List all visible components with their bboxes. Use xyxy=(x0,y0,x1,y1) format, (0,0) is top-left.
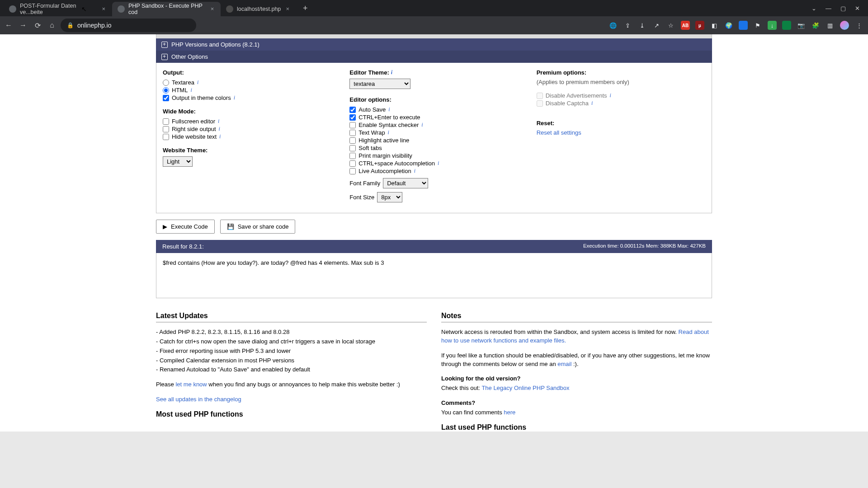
menu-icon[interactable]: ⋮ xyxy=(854,21,863,30)
website-theme-select[interactable]: Light xyxy=(163,156,193,167)
info-icon[interactable]: i xyxy=(610,92,611,99)
profile-avatar[interactable] xyxy=(840,21,849,30)
check-highlight-input[interactable] xyxy=(349,137,356,144)
editor-theme-select[interactable]: textarea xyxy=(349,79,410,89)
tab-1[interactable]: PHP Sandbox - Execute PHP cod × xyxy=(112,2,221,16)
font-family-select[interactable]: Default xyxy=(383,178,428,188)
check-printmargin[interactable]: Print margin visibility xyxy=(349,152,518,160)
tab-close-0[interactable]: × xyxy=(101,6,107,12)
info-icon[interactable]: i xyxy=(388,129,389,136)
info-icon[interactable]: i xyxy=(197,79,198,86)
reload-button[interactable]: ⟳ xyxy=(33,21,42,29)
info-icon[interactable]: i xyxy=(190,87,192,94)
check-captcha[interactable]: Disable Captchai xyxy=(537,99,705,107)
check-ctrlspace[interactable]: CTRL+space Autocompletioni xyxy=(349,160,518,167)
options-col-output: Output: Textarea i HTML i Output in them… xyxy=(163,69,331,203)
check-themecolors-input[interactable] xyxy=(163,95,169,101)
extension-globe-icon[interactable]: 🌍 xyxy=(724,21,733,30)
check-softtabs[interactable]: Soft tabs xyxy=(349,144,518,152)
check-ctrlspace-input[interactable] xyxy=(349,160,356,167)
notes-p2: If you feel like a function should be en… xyxy=(441,352,712,369)
forward-button[interactable]: → xyxy=(19,21,27,29)
save-button[interactable]: 💾 Save or share code xyxy=(220,220,296,234)
address-bar[interactable]: 🔒 onlinephp.io xyxy=(61,19,196,32)
minimize-icon[interactable]: — xyxy=(826,5,831,12)
send-icon[interactable]: ↗ xyxy=(652,21,661,30)
tab-close-2[interactable]: × xyxy=(284,6,291,12)
check-fullscreen-input[interactable] xyxy=(163,118,169,125)
check-textwrap[interactable]: Text Wrapi xyxy=(349,129,518,136)
info-icon[interactable]: i xyxy=(391,69,392,76)
extension-teal-icon[interactable] xyxy=(782,21,791,30)
check-syntax[interactable]: Enable Syntax checkeri xyxy=(349,121,518,129)
let-me-know-link[interactable]: let me know xyxy=(175,381,207,388)
info-icon[interactable]: i xyxy=(219,126,220,132)
changelog-link[interactable]: See all updates in the changelog xyxy=(156,396,241,403)
legacy-link[interactable]: The Legacy Online PHP Sandbox xyxy=(481,385,569,391)
check-hidetext-input[interactable] xyxy=(163,134,169,140)
radio-html[interactable]: HTML i xyxy=(163,86,331,94)
check-fullscreen[interactable]: Fullscreen editor i xyxy=(163,117,331,125)
check-ads[interactable]: Disable Advertisementsi xyxy=(537,92,705,99)
accordion-php-versions[interactable]: PHP Versions and Options (8.2.1) xyxy=(156,38,712,51)
check-captcha-input[interactable] xyxy=(537,100,543,107)
maximize-icon[interactable]: ▢ xyxy=(840,5,846,12)
info-icon[interactable]: i xyxy=(234,94,235,101)
sidepanel-icon[interactable]: ▥ xyxy=(826,21,835,30)
home-button[interactable]: ⌂ xyxy=(48,21,56,29)
chevron-down-icon[interactable]: ⌄ xyxy=(811,5,816,12)
check-liveauto[interactable]: Live Autocompletioni xyxy=(349,167,518,175)
extension-green-icon[interactable]: ↓ xyxy=(768,21,777,30)
check-highlight[interactable]: Highlight active line xyxy=(349,136,518,144)
check-autosave-input[interactable] xyxy=(349,107,356,113)
check-themecolors[interactable]: Output in theme colors i xyxy=(163,94,331,102)
radio-textarea-input[interactable] xyxy=(163,80,169,86)
check-printmargin-input[interactable] xyxy=(349,153,356,159)
check-rightside[interactable]: Right side output i xyxy=(163,125,331,133)
info-icon[interactable]: i xyxy=(414,168,415,174)
reset-link[interactable]: Reset all settings xyxy=(537,129,705,136)
accordion-other-options[interactable]: Other Options xyxy=(156,51,712,63)
check-liveauto-input[interactable] xyxy=(349,168,356,174)
check-ctrlenter-input[interactable] xyxy=(349,114,356,121)
execute-button[interactable]: ▶ Execute Code xyxy=(156,220,215,234)
extension-blue-icon[interactable] xyxy=(739,21,748,30)
info-icon[interactable]: i xyxy=(438,160,439,167)
radio-textarea[interactable]: Textarea i xyxy=(163,79,331,86)
radio-html-input[interactable] xyxy=(163,87,169,94)
tab-2[interactable]: localhost/test.php × xyxy=(221,2,296,16)
check-textwrap-label: Text Wrap xyxy=(359,129,385,136)
check-autosave[interactable]: Auto Savei xyxy=(349,106,518,113)
extension-camera-icon[interactable]: 📷 xyxy=(797,21,806,30)
install-icon[interactable]: ⤓ xyxy=(637,21,646,30)
extensions-puzzle-icon[interactable]: 🧩 xyxy=(811,21,820,30)
font-size-select[interactable]: 8px xyxy=(377,192,402,202)
info-icon[interactable]: i xyxy=(591,100,593,107)
info-icon[interactable]: i xyxy=(421,122,423,128)
check-syntax-input[interactable] xyxy=(349,122,356,128)
info-icon[interactable]: i xyxy=(219,133,221,140)
share-icon[interactable]: ⇪ xyxy=(623,21,632,30)
translate-icon[interactable]: 🌐 xyxy=(609,21,618,30)
extension-generic-1[interactable]: ◧ xyxy=(710,21,719,30)
tab-close-1[interactable]: × xyxy=(209,6,215,12)
check-ctrlenter[interactable]: CTRL+Enter to execute xyxy=(349,113,518,121)
star-icon[interactable]: ☆ xyxy=(666,21,675,30)
check-rightside-input[interactable] xyxy=(163,126,169,132)
extension-flag-icon[interactable]: ⚑ xyxy=(753,21,762,30)
favicon-1 xyxy=(118,5,125,13)
comments-link[interactable]: here xyxy=(504,409,515,416)
info-icon[interactable]: i xyxy=(388,106,390,113)
extension-red-icon[interactable]: AB xyxy=(681,21,690,30)
new-tab-button[interactable]: + xyxy=(299,2,311,14)
email-link[interactable]: email xyxy=(557,361,571,367)
tab-0[interactable]: POST-Formular Daten ve...beite × xyxy=(4,2,112,16)
check-ads-input[interactable] xyxy=(537,93,543,99)
check-textwrap-input[interactable] xyxy=(349,130,356,136)
extension-darkred-icon[interactable]: µ xyxy=(695,21,704,30)
info-icon[interactable]: i xyxy=(218,118,219,125)
check-hidetext[interactable]: Hide website text i xyxy=(163,133,331,141)
back-button[interactable]: ← xyxy=(5,21,13,29)
close-window-icon[interactable]: ✕ xyxy=(855,5,860,12)
check-softtabs-input[interactable] xyxy=(349,145,356,151)
